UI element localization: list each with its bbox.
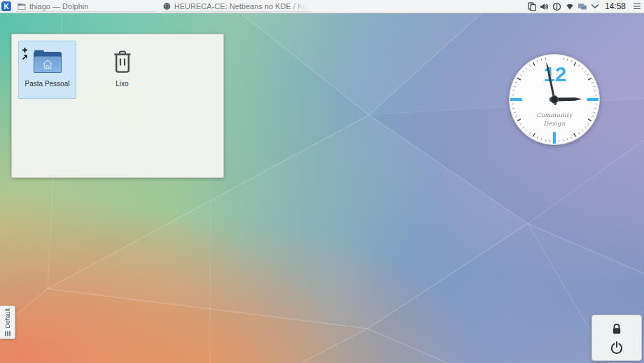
device-notifier-icon[interactable] <box>578 1 587 11</box>
clock-brand-line1: Community <box>536 111 573 118</box>
folder-view-widget: Pasta Pessoal Lixo <box>11 34 224 178</box>
kde-logo-icon: K <box>4 3 8 11</box>
lock-icon <box>610 322 623 335</box>
system-tray: 14:58 <box>527 1 644 11</box>
icon-emblems <box>22 47 28 60</box>
lock-logout-widget <box>592 315 642 361</box>
top-panel: K thiago — Dolphin HEURECA-CE: Netbeans … <box>0 0 644 13</box>
power-icon <box>610 341 624 355</box>
trash-icon <box>112 47 133 76</box>
panel-menu-hamburger-icon[interactable] <box>632 1 642 11</box>
taskbar-item-netbeans[interactable]: HEURECA-CE: Netbeans no KDE / Kubuntu <box>160 0 316 13</box>
add-emblem-icon <box>22 47 28 53</box>
app-launcher-button[interactable]: K <box>1 1 11 11</box>
item-label: Pasta Pessoal <box>25 80 70 88</box>
desktop: K thiago — Dolphin HEURECA-CE: Netbeans … <box>0 0 644 363</box>
clock-marker-6 <box>553 132 556 144</box>
wifi-icon[interactable] <box>565 1 575 11</box>
volume-icon[interactable] <box>540 1 550 11</box>
symlink-emblem-icon <box>22 54 28 60</box>
analog-clock-widget[interactable]: 12 Community Design <box>506 51 603 148</box>
desktop-toolbox-default[interactable]: Default <box>0 306 15 339</box>
notifications-icon[interactable] <box>552 1 562 11</box>
taskbar-item-dolphin[interactable]: thiago — Dolphin <box>15 0 160 13</box>
clock-marker-9 <box>510 98 522 101</box>
globe-icon <box>163 2 171 11</box>
toolbox-label: Default <box>4 308 11 329</box>
home-folder-icon <box>33 47 62 76</box>
task-title: thiago — Dolphin <box>29 2 88 11</box>
text-fade-overlay <box>288 0 312 11</box>
item-label: Lixo <box>115 80 128 88</box>
desktop-item-lixo[interactable]: Lixo <box>93 41 151 99</box>
folder-icon <box>18 3 26 11</box>
activities-icon <box>4 331 11 336</box>
clock-brand-line2: Design <box>543 120 565 127</box>
clipboard-icon[interactable] <box>527 1 537 11</box>
digital-clock[interactable]: 14:58 <box>605 1 626 11</box>
clock-hub <box>551 96 559 104</box>
clock-marker-3 <box>587 98 598 101</box>
expand-tray-chevron-icon[interactable] <box>590 1 600 11</box>
lock-button[interactable] <box>609 321 624 336</box>
shutdown-button[interactable] <box>609 340 624 355</box>
desktop-item-pasta-pessoal[interactable]: Pasta Pessoal <box>18 41 76 99</box>
